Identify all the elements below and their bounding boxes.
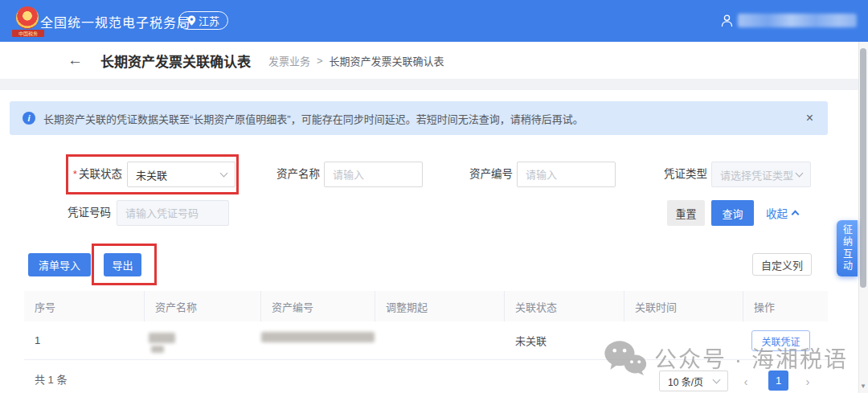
region-badge-label: 江苏 — [199, 13, 219, 28]
collapse-toggle[interactable]: 收起 — [766, 200, 798, 226]
redacted-asset-name — [151, 346, 164, 353]
banner-close-icon[interactable]: × — [805, 111, 815, 125]
redacted-asset-name — [149, 333, 175, 343]
pagination-prev-icon[interactable]: ‹ — [735, 370, 756, 391]
tax-bureau-emblem-icon — [16, 6, 39, 29]
table-header-row: 序号 资产名称 资产编号 调整期起 关联状态 关联时间 操作 — [24, 291, 828, 321]
scrollbar-thumb[interactable] — [860, 48, 866, 288]
page-size-value: 10 条/页 — [668, 375, 714, 388]
collapse-label: 收起 — [766, 205, 788, 221]
back-arrow-icon[interactable]: ← — [68, 51, 83, 69]
asset-no-input[interactable] — [526, 169, 607, 181]
asset-name-field — [324, 162, 423, 187]
breadcrumb-parent[interactable]: 发票业务 — [268, 53, 310, 68]
voucher-no-input[interactable] — [125, 207, 220, 219]
column-header-link-status: 关联状态 — [505, 291, 624, 321]
column-header-asset-no: 资产编号 — [261, 291, 375, 321]
column-header-link-time: 关联时间 — [624, 291, 743, 321]
side-tab-label: 征纳互动 — [841, 224, 854, 272]
total-count: 共 1 条 — [35, 371, 67, 387]
top-navigation-bar: 中国税务 全国统一规范电子税务局 江苏 — [0, 0, 868, 42]
info-banner: i 长期资产关联的凭证数据关联至“长期资产原值明细表”，可能存在同步时间延迟。若… — [10, 101, 828, 135]
list-import-button[interactable]: 清单导入 — [28, 253, 91, 276]
redacted-asset-no — [261, 332, 375, 342]
asset-no-label: 资产编号 — [461, 162, 513, 187]
asset-name-label: 资产名称 — [268, 162, 320, 187]
voucher-type-label: 凭证类型 — [655, 162, 707, 187]
app-window: 中国税务 全国统一规范电子税务局 江苏 ← 长期资产发票关联确认表 发票业务 >… — [0, 0, 868, 393]
breadcrumb-separator-icon: > — [317, 55, 323, 67]
cell-link-status: 未关联 — [505, 321, 624, 359]
breadcrumb: 发票业务 > 长期资产发票关联确认表 — [268, 53, 444, 68]
asset-no-field — [517, 162, 616, 187]
redacted-user-name — [738, 14, 857, 27]
voucher-no-label: 凭证号码 — [59, 200, 111, 226]
cell-adjust-start — [375, 321, 505, 359]
asset-name-input[interactable] — [333, 169, 414, 181]
query-button[interactable]: 查询 — [711, 200, 754, 226]
emblem-caption: 中国税务 — [12, 30, 44, 37]
info-icon: i — [23, 112, 35, 125]
table-row: 1 未关联 — [24, 321, 828, 360]
region-badge[interactable]: 江苏 — [178, 11, 228, 30]
column-header-action: 操作 — [743, 291, 828, 321]
voucher-type-select[interactable]: 请选择凭证类型 — [711, 162, 811, 187]
link-voucher-button[interactable]: 关联凭证 — [751, 330, 810, 351]
page-title: 长期资产发票关联确认表 — [100, 51, 251, 71]
column-header-asset-name: 资产名称 — [145, 291, 261, 321]
chevron-down-icon — [796, 170, 804, 178]
annotation-box-link-status — [66, 154, 239, 194]
chevron-up-icon — [792, 211, 800, 219]
column-header-index: 序号 — [24, 291, 145, 321]
scrollbar-down-arrow-icon[interactable]: ▼ — [858, 381, 868, 392]
reset-button[interactable]: 重置 — [667, 200, 705, 226]
location-pin-icon — [187, 15, 196, 26]
column-header-adjust-start: 调整期起 — [375, 291, 505, 321]
customize-columns-button[interactable]: 自定义列 — [752, 253, 812, 276]
breadcrumb-current: 长期资产发票关联确认表 — [330, 53, 444, 68]
annotation-box-export — [92, 244, 157, 285]
user-account-area[interactable] — [721, 14, 857, 27]
app-title: 全国统一规范电子税务局 — [40, 12, 190, 31]
page-header: ← 长期资产发票关联确认表 发票业务 > 长期资产发票关联确认表 — [0, 42, 868, 79]
user-icon — [721, 14, 733, 27]
voucher-no-field — [117, 200, 229, 226]
chevron-down-icon — [713, 376, 721, 384]
cell-index: 1 — [24, 321, 145, 359]
page-size-select[interactable]: 10 条/页 — [659, 370, 728, 391]
info-banner-text: 长期资产关联的凭证数据关联至“长期资产原值明细表”，可能存在同步时间延迟。若短时… — [43, 111, 805, 126]
cell-link-time — [624, 321, 743, 359]
interaction-side-tab[interactable]: 征纳互动 — [837, 220, 858, 276]
pagination-page-1[interactable]: 1 — [768, 370, 788, 391]
pagination-next-icon[interactable]: › — [797, 370, 818, 391]
voucher-type-placeholder: 请选择凭证类型 — [720, 167, 796, 182]
